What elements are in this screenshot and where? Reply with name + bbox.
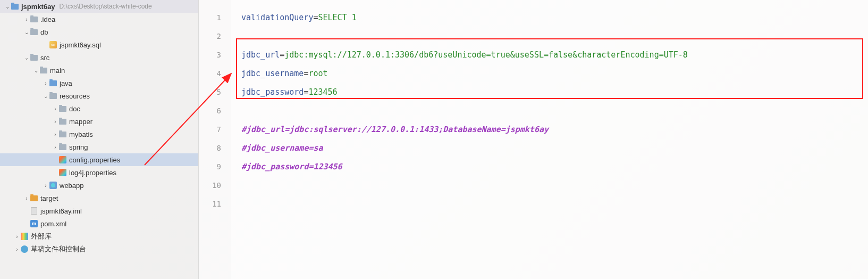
tree-node[interactable]: ›草稿文件和控制台: [0, 243, 198, 256]
folder-icon: [30, 15, 38, 23]
tree-node-label: java: [60, 79, 72, 87]
code-line[interactable]: [231, 195, 868, 214]
tree-node[interactable]: ⌄resources: [0, 89, 198, 102]
tree-node-label: mybatis: [69, 130, 93, 138]
tree-node[interactable]: ›mybatis: [0, 128, 198, 141]
chevron-right-icon[interactable]: ›: [43, 183, 49, 188]
tree-node-label: jspmkt6ay.sql: [60, 41, 101, 49]
tree-node[interactable]: jspmkt6ay.iml: [0, 204, 198, 217]
folder-icon: [39, 66, 48, 75]
folder-icon: [49, 79, 57, 87]
tree-node[interactable]: ⌄main: [0, 64, 198, 77]
chevron-down-icon[interactable]: ⌄: [23, 55, 30, 61]
properties-file-icon: [58, 168, 67, 177]
chevron-down-icon[interactable]: ⌄: [23, 29, 30, 35]
folder-icon: [49, 92, 57, 100]
tree-node[interactable]: log4j.properties: [0, 166, 198, 179]
chevron-right-icon[interactable]: ›: [14, 234, 20, 240]
chevron-right-icon[interactable]: ›: [23, 17, 30, 22]
line-number: 1: [199, 9, 221, 27]
code-line[interactable]: [231, 27, 868, 46]
tree-node-label: src: [40, 54, 49, 62]
code-line[interactable]: [231, 102, 868, 120]
line-number: 7: [199, 120, 221, 139]
line-number: 10: [199, 176, 221, 195]
tree-node-label: webapp: [60, 182, 84, 190]
tree-node[interactable]: ›.idea: [0, 13, 198, 26]
chevron-down-icon[interactable]: ⌄: [43, 93, 49, 99]
line-number: 6: [199, 102, 221, 120]
tree-node[interactable]: ›mapper: [0, 115, 198, 128]
code-line[interactable]: #jdbc_username=sa: [231, 139, 868, 158]
code-line[interactable]: jdbc_username=root: [231, 64, 868, 83]
project-tree-panel[interactable]: ⌄ jspmkt6ay D:\cxs\Desktop\stack-white-c…: [0, 0, 199, 279]
line-number: 2: [199, 27, 221, 46]
sql-file-icon: sql: [49, 40, 57, 49]
file-icon: [30, 207, 38, 215]
tree-node[interactable]: ›外部库: [0, 230, 198, 243]
chevron-right-icon[interactable]: ›: [52, 119, 58, 125]
properties-file-icon: [58, 155, 67, 164]
tree-node[interactable]: config.properties: [0, 153, 198, 166]
tree-node-label: log4j.properties: [69, 169, 116, 177]
tree-node-label: main: [50, 67, 65, 75]
tree-node[interactable]: sqljspmkt6ay.sql: [0, 38, 198, 51]
tree-node-label: config.properties: [69, 156, 120, 164]
tree-node[interactable]: ⌄db: [0, 26, 198, 38]
chevron-right-icon[interactable]: ›: [52, 144, 58, 150]
project-path: D:\cxs\Desktop\stack-white-code: [60, 3, 152, 10]
tree-node-label: target: [40, 194, 58, 202]
line-number: 11: [199, 195, 221, 214]
folder-icon: [58, 104, 67, 113]
tree-node[interactable]: ›java: [0, 77, 198, 89]
line-number: 9: [199, 158, 221, 176]
folder-icon: [30, 28, 38, 36]
editor-gutter: 1234567891011: [199, 0, 231, 279]
code-editor[interactable]: 1234567891011 validationQuery=SELECT 1 j…: [199, 0, 868, 279]
project-name: jspmkt6ay: [21, 3, 55, 11]
code-line[interactable]: #jdbc_password=123456: [231, 158, 868, 176]
line-number: 4: [199, 64, 221, 83]
code-line[interactable]: jdbc_password=123456: [231, 83, 868, 102]
folder-icon: [30, 194, 38, 202]
chevron-right-icon[interactable]: ›: [43, 80, 49, 86]
line-number: 8: [199, 139, 221, 158]
code-line[interactable]: #jdbc_url=jdbc:sqlserver://127.0.0.1:143…: [231, 120, 868, 139]
chevron-right-icon[interactable]: ›: [52, 106, 58, 112]
tree-node-label: doc: [69, 105, 80, 113]
tree-root-node[interactable]: ⌄ jspmkt6ay D:\cxs\Desktop\stack-white-c…: [0, 0, 198, 13]
tree-node-label: spring: [69, 143, 88, 151]
library-icon: [20, 232, 29, 241]
folder-icon: [11, 2, 19, 11]
folder-icon: [58, 143, 67, 151]
chevron-down-icon[interactable]: ⌄: [33, 68, 39, 73]
tree-node[interactable]: mpom.xml: [0, 217, 198, 230]
tree-node[interactable]: ›doc: [0, 102, 198, 115]
tree-node-label: pom.xml: [40, 220, 66, 228]
tree-node-label: db: [40, 28, 48, 36]
chevron-down-icon[interactable]: ⌄: [4, 4, 11, 10]
line-number: 5: [199, 83, 221, 102]
code-area[interactable]: validationQuery=SELECT 1 jdbc_url=jdbc:m…: [231, 0, 868, 279]
maven-icon: m: [30, 219, 38, 228]
chevron-right-icon[interactable]: ›: [23, 195, 30, 201]
tree-node-label: 外部库: [31, 232, 52, 241]
folder-icon: [58, 117, 67, 126]
tree-node[interactable]: ›webapp: [0, 179, 198, 192]
chevron-right-icon[interactable]: ›: [14, 247, 20, 252]
tree-node[interactable]: ›target: [0, 192, 198, 204]
tree-node-label: mapper: [69, 118, 92, 126]
code-line[interactable]: [231, 176, 868, 195]
scratch-icon: [20, 245, 29, 253]
tree-node-label: jspmkt6ay.iml: [40, 207, 82, 215]
tree-node-label: .idea: [40, 15, 55, 23]
tree-node[interactable]: ›spring: [0, 141, 198, 153]
tree-node[interactable]: ⌄src: [0, 51, 198, 64]
tree-node-label: resources: [60, 92, 90, 100]
line-number: 3: [199, 46, 221, 64]
webapp-folder-icon: [49, 181, 57, 190]
code-line[interactable]: validationQuery=SELECT 1: [231, 9, 868, 27]
chevron-right-icon[interactable]: ›: [52, 132, 58, 137]
code-line[interactable]: jdbc_url=jdbc:mysql://127.0.0.1:3306/db6…: [231, 46, 868, 64]
folder-icon: [58, 130, 67, 138]
